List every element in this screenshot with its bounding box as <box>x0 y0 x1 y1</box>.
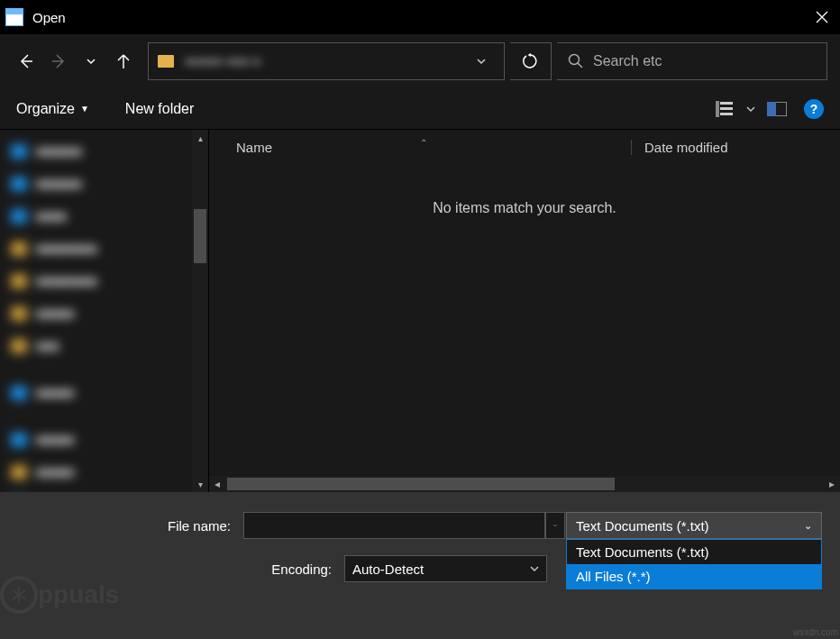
svg-rect-4 <box>716 101 719 117</box>
arrow-left-icon <box>17 52 35 70</box>
organize-label: Organize <box>16 101 75 117</box>
horizontal-scrollbar[interactable]: ◂ ▸ <box>209 476 840 492</box>
watermark: ppuals <box>0 576 119 614</box>
chevron-down-icon <box>553 521 557 530</box>
navigation-bar: ■■■■■ ■■■ ■ Search etc <box>0 34 840 88</box>
up-button[interactable] <box>110 45 137 78</box>
file-type-select[interactable]: Text Documents (*.txt) ⌄ Text Documents … <box>566 512 822 589</box>
help-button[interactable]: ? <box>804 99 824 119</box>
scroll-up-icon[interactable]: ▴ <box>192 130 208 146</box>
sidebar-item[interactable]: ■■■■■ <box>11 425 197 454</box>
empty-message: No items match your search. <box>433 200 616 216</box>
file-type-option[interactable]: All Files (*.*) <box>567 564 821 589</box>
encoding-label: Encoding: <box>18 561 344 577</box>
view-dropdown-button[interactable] <box>743 96 759 122</box>
file-type-current[interactable]: Text Documents (*.txt) ⌄ <box>566 512 822 539</box>
file-list-body: No items match your search. <box>209 164 840 476</box>
sidebar-item[interactable]: ■■■■■ <box>11 379 197 407</box>
forward-button[interactable] <box>45 45 72 78</box>
preview-pane-button[interactable] <box>762 96 791 122</box>
file-list: ⌃ Name Date modified No items match your… <box>209 130 840 492</box>
search-placeholder: Search etc <box>593 53 662 69</box>
address-path: ■■■■■ ■■■ ■ <box>185 54 468 68</box>
filename-input[interactable] <box>243 512 545 539</box>
column-name-header[interactable]: ⌃ Name <box>209 140 631 155</box>
svg-point-2 <box>570 55 580 65</box>
chevron-down-icon: ▼ <box>80 104 89 114</box>
sidebar-item[interactable]: ■■■■■■ <box>11 169 197 198</box>
watermark-icon <box>0 576 38 614</box>
change-view-button[interactable] <box>710 96 739 122</box>
encoding-select[interactable]: Auto-Detect <box>344 555 547 582</box>
toolbar: Organize ▼ New folder ? <box>0 88 840 130</box>
address-bar[interactable]: ■■■■■ ■■■ ■ <box>148 42 505 80</box>
address-dropdown-button[interactable] <box>468 56 495 67</box>
chevron-down-icon <box>530 564 539 573</box>
navigation-pane[interactable]: ■■■■■■ ■■■■■■ ■■■■ ■■■■■■■■ ■■■■■■■■ ■■■… <box>0 130 209 492</box>
file-type-option[interactable]: Text Documents (*.txt) <box>567 540 821 564</box>
column-date-label: Date modified <box>644 140 728 155</box>
scroll-down-icon[interactable]: ▾ <box>192 476 208 492</box>
notepad-icon <box>5 8 23 26</box>
sort-indicator-icon: ⌃ <box>420 138 427 148</box>
scroll-thumb[interactable] <box>227 478 615 490</box>
svg-rect-7 <box>720 113 733 115</box>
watermark-text: ppuals <box>38 580 119 609</box>
column-date-header[interactable]: Date modified <box>631 140 840 155</box>
column-header-row: ⌃ Name Date modified <box>209 130 840 164</box>
arrow-up-icon <box>115 52 132 70</box>
file-type-current-label: Text Documents (*.txt) <box>576 518 709 534</box>
arrow-right-icon <box>50 52 68 70</box>
sidebar-item[interactable]: ■■■■■ <box>11 299 197 328</box>
view-list-icon <box>716 101 734 117</box>
source-tag: wsxdn.com <box>793 627 838 637</box>
title-bar: Open <box>0 0 840 34</box>
svg-rect-9 <box>767 102 776 116</box>
file-type-dropdown: Text Documents (*.txt) All Files (*.*) <box>566 539 822 589</box>
sidebar-scrollbar[interactable]: ▴ ▾ <box>192 130 208 492</box>
search-input[interactable]: Search etc <box>557 42 827 80</box>
back-button[interactable] <box>13 45 40 78</box>
sidebar-item[interactable]: ■■■■■ <box>11 458 197 487</box>
bottom-panel: File name: Encoding: Auto-Detect Text Do… <box>0 492 840 639</box>
svg-rect-5 <box>720 102 733 105</box>
search-icon <box>568 53 584 69</box>
organize-button[interactable]: Organize ▼ <box>16 101 89 117</box>
refresh-button[interactable] <box>510 42 552 80</box>
new-folder-button[interactable]: New folder <box>125 101 194 117</box>
close-button[interactable] <box>809 5 835 30</box>
scroll-thumb[interactable] <box>194 209 206 263</box>
sidebar-item[interactable]: ■■■■ <box>11 202 197 231</box>
scroll-left-icon[interactable]: ◂ <box>209 478 225 490</box>
recent-locations-button[interactable] <box>78 45 105 78</box>
column-name-label: Name <box>236 140 272 155</box>
preview-pane-icon <box>767 102 787 116</box>
svg-rect-6 <box>720 107 733 110</box>
sidebar-item[interactable]: ■■■ <box>11 332 197 361</box>
filename-label: File name: <box>18 518 243 534</box>
content-area: ■■■■■■ ■■■■■■ ■■■■ ■■■■■■■■ ■■■■■■■■ ■■■… <box>0 130 840 492</box>
close-icon <box>816 11 828 23</box>
chevron-down-icon: ⌄ <box>804 520 812 532</box>
new-folder-label: New folder <box>125 101 194 117</box>
chevron-down-icon <box>476 56 487 67</box>
filename-dropdown[interactable] <box>545 512 565 539</box>
folder-icon <box>158 55 174 68</box>
chevron-down-icon <box>86 56 96 67</box>
refresh-icon <box>523 53 539 69</box>
chevron-down-icon <box>746 105 755 114</box>
help-icon: ? <box>810 102 818 116</box>
file-type-option-label: Text Documents (*.txt) <box>576 544 709 560</box>
svg-line-3 <box>578 63 582 68</box>
sidebar-item[interactable]: ■■■■■■■■ <box>11 234 197 263</box>
sidebar-item[interactable]: ■■■■■■■■ <box>11 267 197 296</box>
scroll-right-icon[interactable]: ▸ <box>824 478 840 490</box>
sidebar-item[interactable]: ■■■■■■ <box>11 137 197 166</box>
file-type-option-label: All Files (*.*) <box>576 569 651 584</box>
window-title: Open <box>32 10 809 25</box>
encoding-value: Auto-Detect <box>352 561 424 577</box>
